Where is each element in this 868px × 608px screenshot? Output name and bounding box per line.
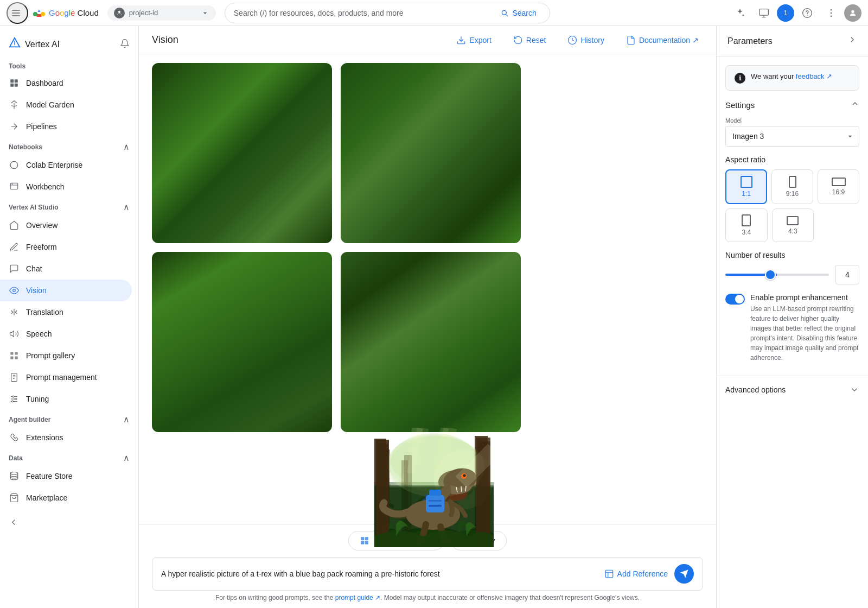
image-grid	[152, 63, 521, 432]
more-options-button[interactable]	[820, 2, 842, 24]
svg-rect-17	[10, 84, 14, 87]
sidebar-item-feature-store[interactable]: Feature Store	[0, 465, 132, 487]
vertexai-section-header[interactable]: Vertex AI Studio ∧	[0, 198, 138, 214]
help-button[interactable]	[796, 2, 818, 24]
sidebar-item-prompt-gallery[interactable]: Prompt gallery	[0, 345, 132, 366]
params-collapse-button[interactable]	[847, 35, 857, 47]
num-results-slider[interactable]	[725, 274, 829, 276]
sidebar-item-prompt-management[interactable]: Prompt management	[0, 366, 132, 388]
model-label: Model	[725, 117, 859, 124]
ai-features-button[interactable]	[729, 2, 751, 24]
notebooks-label: Notebooks	[9, 143, 42, 151]
aspect-btn-3-4[interactable]: 3:4	[725, 208, 768, 242]
model-field: Model Imagen 3 Imagen 2 Imagen 1	[725, 117, 859, 147]
documentation-button[interactable]: Documentation ↗	[622, 32, 703, 48]
sidebar-item-translation[interactable]: Translation	[0, 301, 132, 323]
prompt-management-icon	[9, 372, 20, 383]
svg-point-19	[10, 161, 18, 169]
svg-point-4	[33, 12, 37, 16]
google-cloud-logo[interactable]: Google Cloud	[33, 7, 99, 20]
send-button[interactable]	[674, 564, 694, 584]
image-cell-1[interactable]	[152, 63, 332, 243]
image-cell-3[interactable]	[152, 252, 332, 432]
user-avatar[interactable]	[844, 4, 861, 22]
notebooks-section-header[interactable]: Notebooks ∧	[0, 137, 138, 154]
svg-point-8	[807, 15, 807, 15]
data-section-header[interactable]: Data ∧	[0, 448, 138, 465]
svg-rect-25	[10, 357, 13, 359]
dashboard-label: Dashboard	[26, 79, 63, 87]
enhancement-label: Enable prompt enhancement	[750, 293, 859, 302]
add-reference-icon	[604, 569, 614, 579]
params-title: Parameters	[727, 36, 773, 46]
sidebar-item-chat[interactable]: Chat	[0, 258, 132, 280]
feedback-link[interactable]: feedback ↗	[796, 72, 832, 80]
advanced-options-label: Advanced options	[725, 385, 786, 394]
aspect-btn-16-9[interactable]: 16:9	[818, 169, 859, 204]
advanced-options-row[interactable]: Advanced options	[717, 376, 868, 403]
sidebar: Vertex AI Tools Dashboard Model Garden P…	[0, 26, 139, 608]
svg-rect-16	[15, 79, 18, 83]
add-reference-button[interactable]: Add Reference	[604, 569, 668, 579]
monitor-button[interactable]	[753, 2, 775, 24]
aspect-btn-9-16[interactable]: 9:16	[771, 169, 813, 204]
aspect-43-icon	[787, 216, 799, 225]
main-content: Vision Export Reset History Documentatio…	[139, 26, 716, 608]
sidebar-item-colab[interactable]: Colab Enterprise	[0, 154, 132, 176]
svg-point-34	[12, 396, 14, 397]
aspect-btn-4-3[interactable]: 4:3	[772, 208, 814, 242]
reset-button[interactable]: Reset	[509, 32, 551, 48]
vertex-ai-icon	[9, 37, 21, 52]
aspect-btn-1-1[interactable]: 1:1	[725, 169, 767, 204]
model-select[interactable]: Imagen 3 Imagen 2 Imagen 1	[725, 126, 859, 147]
project-selector[interactable]: project-id	[107, 5, 216, 21]
history-label: History	[580, 36, 604, 45]
svg-point-9	[831, 9, 832, 10]
generate-images-icon	[360, 536, 369, 546]
workbench-label: Workbench	[26, 182, 65, 191]
sidebar-item-overview[interactable]: Overview	[0, 214, 132, 236]
notification-bell[interactable]	[120, 39, 130, 50]
sidebar-item-vision[interactable]: Vision	[0, 280, 132, 301]
sidebar-item-marketplace[interactable]: Marketplace	[0, 487, 132, 509]
colab-icon	[9, 160, 20, 170]
freeform-label: Freeform	[26, 243, 57, 251]
slider-row: 4	[725, 265, 859, 284]
enhancement-label-area: Enable prompt enhancement Use an LLM-bas…	[750, 293, 859, 363]
svg-rect-24	[15, 352, 18, 354]
aspect-ratio-row2: 3:4 4:3	[725, 208, 814, 242]
feature-store-icon	[9, 471, 20, 482]
sidebar-item-workbench[interactable]: Workbench	[0, 176, 132, 198]
project-name: project-id	[129, 9, 201, 17]
prompt-text[interactable]: A hyper realistic picture of a t-rex wit…	[161, 569, 598, 578]
sidebar-item-dashboard[interactable]: Dashboard	[0, 72, 132, 94]
sidebar-item-speech[interactable]: Speech	[0, 323, 132, 345]
agent-section-header[interactable]: Agent builder ∧	[0, 410, 138, 427]
prompt-guide-link[interactable]: prompt guide ↗	[335, 594, 380, 601]
vertexai-studio-label: Vertex AI Studio	[9, 204, 59, 211]
sidebar-item-pipelines[interactable]: Pipelines	[0, 116, 132, 137]
settings-collapse-button[interactable]	[851, 99, 859, 111]
image-cell-2[interactable]	[341, 63, 521, 243]
translation-label: Translation	[26, 308, 63, 316]
sidebar-collapse-btn[interactable]	[0, 513, 138, 533]
pipelines-icon	[9, 121, 20, 132]
export-button[interactable]: Export	[452, 32, 495, 48]
sidebar-item-extensions[interactable]: Extensions	[0, 427, 132, 448]
speech-label: Speech	[26, 330, 52, 338]
image-cell-4[interactable]	[341, 252, 521, 432]
menu-button[interactable]	[7, 2, 28, 24]
vision-icon	[9, 285, 20, 296]
svg-rect-20	[10, 183, 18, 189]
sidebar-item-model-garden[interactable]: Model Garden	[0, 94, 132, 116]
settings-header: Settings	[725, 99, 859, 111]
svg-rect-1	[12, 12, 20, 14]
enhancement-toggle[interactable]	[725, 294, 745, 305]
main-header: Vision Export Reset History Documentatio…	[139, 26, 716, 54]
global-search-bar[interactable]: Search (/) for resources, docs, products…	[225, 3, 550, 23]
sidebar-item-tuning[interactable]: Tuning	[0, 388, 132, 410]
sidebar-item-freeform[interactable]: Freeform	[0, 236, 132, 258]
history-button[interactable]: History	[563, 32, 609, 48]
search-button[interactable]: Search	[496, 7, 540, 20]
avatar[interactable]: 1	[777, 4, 794, 22]
